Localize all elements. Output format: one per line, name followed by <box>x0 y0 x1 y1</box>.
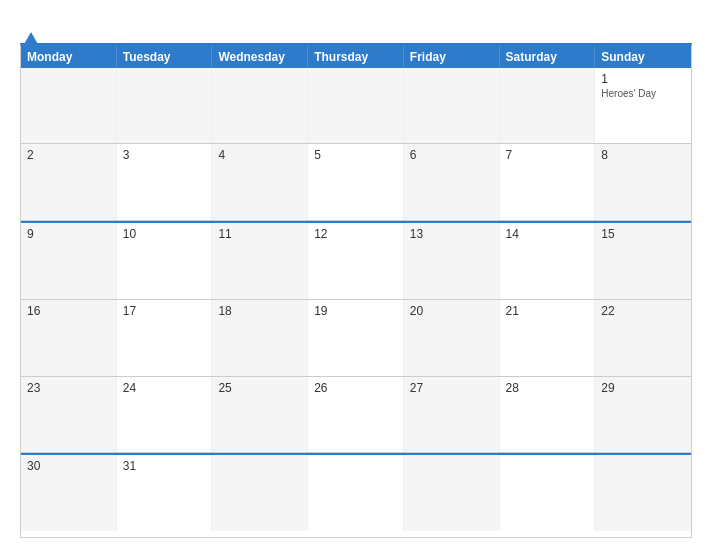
calendar-cell <box>212 455 308 531</box>
day-number: 12 <box>314 227 397 241</box>
calendar-cell <box>500 455 596 531</box>
day-number: 30 <box>27 459 110 473</box>
header-cell-friday: Friday <box>404 46 500 68</box>
calendar-cell: 12 <box>308 223 404 299</box>
calendar-cell <box>308 68 404 144</box>
calendar-cell: 24 <box>117 377 213 453</box>
calendar-cell: 26 <box>308 377 404 453</box>
calendar-body: 1Heroes' Day2345678910111213141516171819… <box>21 68 691 532</box>
day-number: 4 <box>218 148 301 162</box>
day-number: 14 <box>506 227 589 241</box>
day-number: 18 <box>218 304 301 318</box>
day-number: 16 <box>27 304 110 318</box>
calendar-cell <box>404 455 500 531</box>
header-cell-thursday: Thursday <box>308 46 404 68</box>
calendar-cell: 3 <box>117 144 213 220</box>
calendar-cell: 7 <box>500 144 596 220</box>
calendar-cell <box>21 68 117 144</box>
calendar-cell: 11 <box>212 223 308 299</box>
calendar-cell: 17 <box>117 300 213 376</box>
calendar-cell: 30 <box>21 455 117 531</box>
calendar-cell: 8 <box>595 144 691 220</box>
calendar-cell: 21 <box>500 300 596 376</box>
header-cell-wednesday: Wednesday <box>212 46 308 68</box>
logo <box>20 16 39 33</box>
calendar-cell: 5 <box>308 144 404 220</box>
calendar-cell: 22 <box>595 300 691 376</box>
day-number: 7 <box>506 148 589 162</box>
calendar-cell: 14 <box>500 223 596 299</box>
header-cell-sunday: Sunday <box>595 46 691 68</box>
calendar-header: MondayTuesdayWednesdayThursdayFridaySatu… <box>21 46 691 68</box>
day-number: 31 <box>123 459 206 473</box>
day-number: 1 <box>601 72 685 86</box>
day-number: 15 <box>601 227 685 241</box>
day-number: 5 <box>314 148 397 162</box>
day-number: 26 <box>314 381 397 395</box>
calendar-cell: 2 <box>21 144 117 220</box>
header-cell-monday: Monday <box>21 46 117 68</box>
day-event: Heroes' Day <box>601 88 685 99</box>
calendar-row-4: 23242526272829 <box>21 377 691 454</box>
day-number: 28 <box>506 381 589 395</box>
calendar-cell <box>404 68 500 144</box>
calendar-cell: 20 <box>404 300 500 376</box>
calendar-cell: 27 <box>404 377 500 453</box>
day-number: 21 <box>506 304 589 318</box>
logo-triangle-icon <box>23 15 39 46</box>
calendar-cell <box>117 68 213 144</box>
day-number: 6 <box>410 148 493 162</box>
calendar-cell: 25 <box>212 377 308 453</box>
header-cell-saturday: Saturday <box>500 46 596 68</box>
calendar-cell <box>212 68 308 144</box>
header <box>20 16 692 33</box>
day-number: 23 <box>27 381 110 395</box>
calendar-row-5: 3031 <box>21 453 691 531</box>
calendar-cell: 13 <box>404 223 500 299</box>
calendar-cell: 10 <box>117 223 213 299</box>
day-number: 13 <box>410 227 493 241</box>
calendar-cell: 9 <box>21 223 117 299</box>
day-number: 11 <box>218 227 301 241</box>
calendar-row-2: 9101112131415 <box>21 221 691 300</box>
day-number: 20 <box>410 304 493 318</box>
calendar-cell: 4 <box>212 144 308 220</box>
calendar-cell <box>500 68 596 144</box>
day-number: 9 <box>27 227 110 241</box>
header-cell-tuesday: Tuesday <box>117 46 213 68</box>
calendar-cell: 28 <box>500 377 596 453</box>
day-number: 10 <box>123 227 206 241</box>
calendar-page: MondayTuesdayWednesdayThursdayFridaySatu… <box>0 0 712 550</box>
day-number: 2 <box>27 148 110 162</box>
calendar-cell: 19 <box>308 300 404 376</box>
calendar-row-3: 16171819202122 <box>21 300 691 377</box>
day-number: 19 <box>314 304 397 318</box>
calendar-cell: 6 <box>404 144 500 220</box>
calendar-cell: 18 <box>212 300 308 376</box>
day-number: 22 <box>601 304 685 318</box>
day-number: 24 <box>123 381 206 395</box>
calendar-cell <box>595 455 691 531</box>
calendar-cell: 23 <box>21 377 117 453</box>
day-number: 3 <box>123 148 206 162</box>
calendar-cell: 1Heroes' Day <box>595 68 691 144</box>
day-number: 25 <box>218 381 301 395</box>
day-number: 27 <box>410 381 493 395</box>
calendar-grid: MondayTuesdayWednesdayThursdayFridaySatu… <box>20 43 692 539</box>
day-number: 8 <box>601 148 685 162</box>
calendar-cell: 29 <box>595 377 691 453</box>
calendar-cell: 15 <box>595 223 691 299</box>
day-number: 17 <box>123 304 206 318</box>
calendar-row-1: 2345678 <box>21 144 691 221</box>
day-number: 29 <box>601 381 685 395</box>
calendar-row-0: 1Heroes' Day <box>21 68 691 145</box>
calendar-cell <box>308 455 404 531</box>
calendar-cell: 16 <box>21 300 117 376</box>
calendar-cell: 31 <box>117 455 213 531</box>
